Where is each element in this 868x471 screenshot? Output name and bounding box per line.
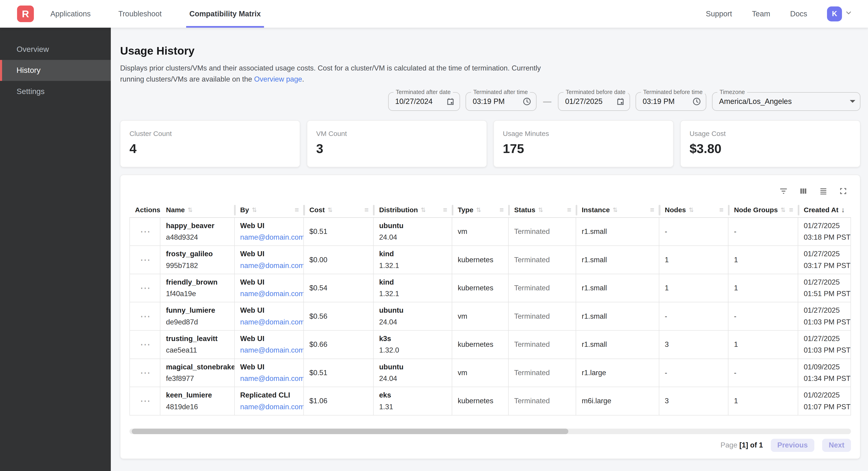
calendar-icon[interactable]: [441, 97, 455, 106]
column-menu-icon[interactable]: ≡: [443, 206, 447, 214]
status-text: Terminated: [514, 397, 571, 405]
by-email-link[interactable]: name@domain.com: [240, 260, 299, 271]
tab-compatibility-matrix[interactable]: Compatibility Matrix: [186, 0, 264, 28]
column-menu-icon[interactable]: ≡: [650, 206, 654, 214]
next-page-button[interactable]: Next: [822, 439, 851, 452]
cell-by: Web UIname@domain.com: [235, 331, 304, 358]
column-menu-icon[interactable]: ≡: [789, 206, 793, 214]
terminated-after-date-field[interactable]: Terminated after date 10/27/2024: [388, 92, 460, 111]
column-header-type[interactable]: Type⇅≡: [452, 203, 509, 217]
by-source-text: Web UI: [240, 248, 299, 260]
by-email-link[interactable]: name@domain.com: [240, 402, 299, 412]
column-header-node-groups[interactable]: Node Groups⇅≡: [728, 203, 798, 217]
created-date-text: 01/27/2025: [804, 220, 846, 231]
by-email-link[interactable]: name@domain.com: [240, 232, 299, 243]
more-horizontal-icon: ⋯: [140, 311, 151, 322]
column-header-instance[interactable]: Instance⇅≡: [576, 203, 659, 217]
by-email-link[interactable]: name@domain.com: [240, 345, 299, 356]
row-actions-button[interactable]: ⋯: [140, 314, 151, 319]
created-date-text: 01/27/2025: [804, 248, 846, 260]
by-email-link[interactable]: name@domain.com: [240, 317, 299, 328]
terminated-before-time-value[interactable]: 03:19 PM: [643, 97, 675, 106]
nodes-text: 1: [665, 284, 723, 292]
columns-icon[interactable]: [799, 187, 808, 196]
row-actions-button[interactable]: ⋯: [140, 398, 151, 404]
calendar-icon[interactable]: [611, 97, 625, 106]
column-header-cost[interactable]: Cost⇅≡: [304, 203, 374, 217]
page-value: [1] of 1: [739, 441, 763, 449]
tab-applications[interactable]: Applications: [47, 0, 94, 28]
version-text: 24.04: [379, 373, 447, 384]
chevron-down-icon[interactable]: [845, 9, 852, 19]
timezone-label: Timezone: [717, 89, 747, 95]
link-team[interactable]: Team: [752, 10, 770, 18]
row-actions-button[interactable]: ⋯: [140, 342, 151, 347]
column-header-status[interactable]: Status⇅≡: [509, 203, 576, 217]
by-email-link[interactable]: name@domain.com: [240, 288, 299, 299]
cell-cost: $0.51: [304, 218, 374, 246]
terminated-after-date-value[interactable]: 10/27/2024: [395, 97, 433, 106]
row-actions-button[interactable]: ⋯: [140, 229, 151, 234]
sidebar-item-settings[interactable]: Settings: [0, 81, 111, 102]
distribution-text: eks: [379, 390, 447, 401]
by-email-link[interactable]: name@domain.com: [240, 373, 299, 384]
sidebar-item-history[interactable]: History: [0, 60, 111, 81]
sort-icon[interactable]: ⇅: [538, 206, 543, 214]
avatar[interactable]: K: [827, 6, 842, 22]
type-text: kubernetes: [458, 256, 504, 264]
replicated-logo[interactable]: R: [17, 5, 34, 22]
cell-name: trusting_leavittcae5ea11: [160, 331, 235, 358]
tab-troubleshoot[interactable]: Troubleshoot: [115, 0, 165, 28]
select-caret-icon[interactable]: [850, 100, 855, 103]
sort-icon[interactable]: ⇅: [780, 206, 785, 214]
name-text: happy_beaver: [166, 220, 230, 231]
filter-icon[interactable]: [779, 187, 788, 196]
terminated-after-time-label: Terminated after time: [471, 89, 530, 95]
terminated-before-date-field[interactable]: Terminated before date 01/27/2025: [558, 92, 630, 111]
user-menu[interactable]: K: [827, 6, 852, 22]
link-support[interactable]: Support: [706, 10, 732, 18]
terminated-before-date-value[interactable]: 01/27/2025: [565, 97, 602, 106]
sort-icon[interactable]: ⇅: [689, 206, 694, 214]
clock-icon[interactable]: [688, 97, 702, 106]
row-actions-button[interactable]: ⋯: [140, 285, 151, 291]
sort-icon[interactable]: ⇅: [476, 206, 481, 214]
id-text: a48d9324: [166, 232, 230, 243]
cell-actions: ⋯: [129, 246, 161, 274]
previous-page-button[interactable]: Previous: [771, 439, 814, 452]
column-menu-icon[interactable]: ≡: [567, 206, 571, 214]
column-header-by[interactable]: By⇅≡: [235, 203, 304, 217]
column-header-name[interactable]: Name⇅: [160, 203, 235, 217]
sort-icon[interactable]: ⇅: [421, 206, 426, 214]
sort-icon[interactable]: ⇅: [328, 206, 333, 214]
sidebar-item-overview[interactable]: Overview: [0, 39, 111, 60]
horizontal-scrollbar-thumb[interactable]: [132, 429, 568, 434]
cell-nodes: -: [659, 359, 728, 387]
fullscreen-icon[interactable]: [839, 187, 847, 196]
timezone-select[interactable]: Timezone America/Los_Angeles: [712, 92, 860, 111]
cell-by: Web UIname@domain.com: [235, 218, 304, 246]
sort-icon[interactable]: ⇅: [613, 206, 618, 214]
column-header-distribution[interactable]: Distribution⇅≡: [374, 203, 452, 217]
sort-desc-icon[interactable]: ↓: [841, 206, 845, 214]
link-docs[interactable]: Docs: [790, 10, 807, 18]
timezone-value[interactable]: America/Los_Angeles: [719, 97, 792, 106]
column-header-created-at[interactable]: Created At↓: [798, 203, 851, 217]
terminated-before-time-field[interactable]: Terminated before time 03:19 PM: [636, 92, 707, 111]
column-header-nodes[interactable]: Nodes⇅≡: [659, 203, 728, 217]
column-menu-icon[interactable]: ≡: [499, 206, 503, 214]
clock-icon[interactable]: [518, 97, 531, 106]
cell-created-at: 01/27/202501:03 PM PST: [798, 302, 851, 330]
row-actions-button[interactable]: ⋯: [140, 370, 151, 376]
terminated-after-time-value[interactable]: 03:19 PM: [473, 97, 505, 106]
column-menu-icon[interactable]: ≡: [294, 206, 299, 214]
density-icon[interactable]: [819, 187, 828, 196]
table-row: ⋯frosty_galileo995b7182Web UIname@domain…: [129, 246, 851, 274]
column-menu-icon[interactable]: ≡: [719, 206, 723, 214]
column-menu-icon[interactable]: ≡: [365, 206, 369, 214]
sort-icon[interactable]: ⇅: [252, 206, 257, 214]
overview-page-link[interactable]: Overview page: [254, 75, 302, 83]
terminated-after-time-field[interactable]: Terminated after time 03:19 PM: [466, 92, 536, 111]
sort-icon[interactable]: ⇅: [187, 206, 193, 214]
row-actions-button[interactable]: ⋯: [140, 257, 151, 263]
